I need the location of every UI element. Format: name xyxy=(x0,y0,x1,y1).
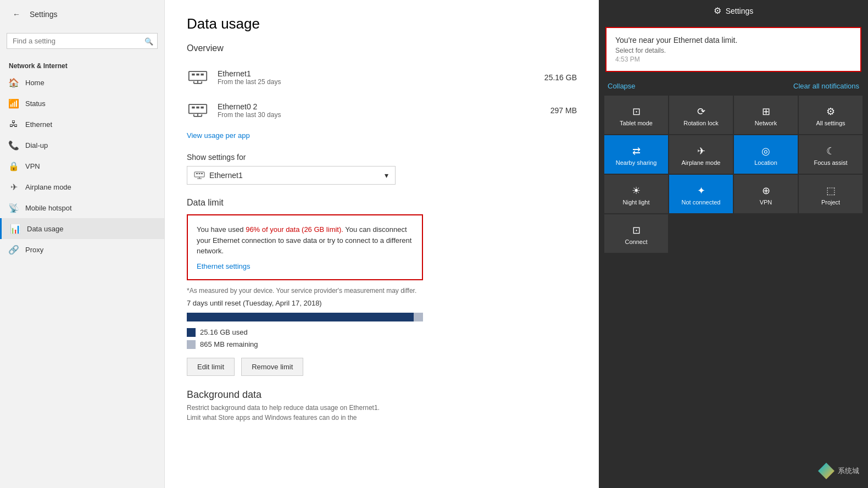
tile-allsettings[interactable]: ⚙ All settings xyxy=(799,96,863,134)
tile-label-notconnected: Not connected xyxy=(682,199,721,206)
settings-bar: ⚙ Settings xyxy=(599,0,868,21)
warning-box: You have used 96% of your data (26 GB li… xyxy=(187,214,423,280)
tile-notconnected[interactable]: ✦ Not connected xyxy=(669,175,733,213)
dialup-icon: 📞 xyxy=(9,140,19,150)
datausage-icon: 📊 xyxy=(10,224,20,234)
tile-label-airplanetile: Airplane mode xyxy=(682,159,721,166)
sidebar-item-airplane[interactable]: ✈ Airplane mode xyxy=(0,176,164,197)
view-usage-link[interactable]: View usage per app xyxy=(187,131,577,140)
chevron-down-icon: ▾ xyxy=(385,171,388,180)
tablet-icon: ⊡ xyxy=(632,106,641,118)
sidebar-title-label: Settings xyxy=(30,10,58,19)
data-limit-title: Data limit xyxy=(187,198,577,208)
sidebar-label-hotspot: Mobile hotspot xyxy=(25,204,72,212)
legend-used-dot xyxy=(187,328,196,337)
background-data-desc: Restrict background data to help reduce … xyxy=(187,404,577,412)
settings-bar-title: Settings xyxy=(726,7,754,15)
tile-nearby[interactable]: ⇄ Nearby sharing xyxy=(604,135,668,174)
tile-label-location: Location xyxy=(754,159,777,166)
notif-subtitle: Select for details. xyxy=(615,47,852,54)
background-data-desc2: Limit what Store apps and Windows featur… xyxy=(187,414,577,422)
vpntile-icon: ⊕ xyxy=(762,185,770,197)
sidebar-label-status: Status xyxy=(25,99,46,108)
sidebar-item-status[interactable]: 📶 Status xyxy=(0,93,164,114)
legend-remaining-dot xyxy=(187,340,196,349)
focusassist-icon: ☾ xyxy=(826,145,835,157)
svg-rect-16 xyxy=(194,172,204,177)
svg-rect-18 xyxy=(199,173,201,174)
svg-rect-11 xyxy=(201,107,203,109)
tile-rotation[interactable]: ⟳ Rotation lock xyxy=(669,96,733,134)
sidebar-item-proxy[interactable]: 🔗 Proxy xyxy=(0,239,164,260)
tile-connect[interactable]: ⊡ Connect xyxy=(604,214,668,253)
remove-limit-button[interactable]: Remove limit xyxy=(241,358,303,376)
search-input[interactable] xyxy=(7,33,158,49)
reset-text: 7 days until reset (Tuesday, April 17, 2… xyxy=(187,299,577,307)
logo-text: 系统城 xyxy=(838,466,859,476)
tile-nightlight[interactable]: ☀ Night light xyxy=(604,175,668,213)
legend-used-label: 25.16 GB used xyxy=(200,328,248,336)
search-box: 🔍 xyxy=(7,33,158,49)
main-content: Data usage Overview Ethernet1 From the l… xyxy=(165,0,599,488)
tile-label-project: Project xyxy=(821,199,840,206)
logo-diamond xyxy=(818,463,834,479)
svg-rect-9 xyxy=(192,107,194,109)
dropdown-value: Ethernet1 xyxy=(209,171,243,180)
ethernet-settings-link[interactable]: Ethernet settings xyxy=(197,262,413,270)
ethernet1-name: Ethernet1 xyxy=(218,69,536,78)
back-button[interactable]: ← xyxy=(9,7,24,22)
ethernet0-icon xyxy=(187,99,209,121)
overview-title: Overview xyxy=(187,43,577,53)
legend: 25.16 GB used 865 MB remaining xyxy=(187,328,577,349)
system-logo: 系统城 xyxy=(818,463,859,479)
quick-tiles-grid: ⊡ Tablet mode⟳ Rotation lock⊞ Network⚙ A… xyxy=(599,95,868,254)
airplane-icon: ✈ xyxy=(9,182,19,192)
edit-limit-button[interactable]: Edit limit xyxy=(187,358,235,376)
sidebar-item-home[interactable]: 🏠 Home xyxy=(0,72,164,93)
notif-title: You're near your Ethernet data limit. xyxy=(615,36,852,45)
nav-section-label: Network & Internet xyxy=(0,58,164,72)
tile-airplanetile[interactable]: ✈ Airplane mode xyxy=(669,135,733,174)
tile-location[interactable]: ◎ Location xyxy=(734,135,798,174)
tile-label-tablet: Tablet mode xyxy=(620,120,653,126)
tile-tablet[interactable]: ⊡ Tablet mode xyxy=(604,96,668,134)
settings-dropdown[interactable]: Ethernet1 ▾ xyxy=(187,166,396,185)
page-title: Data usage xyxy=(187,15,577,32)
collapse-link[interactable]: Collapse xyxy=(608,82,636,90)
notconnected-icon: ✦ xyxy=(697,185,705,197)
sidebar-header: ← Settings xyxy=(0,0,164,29)
sidebar-label-home: Home xyxy=(25,79,44,87)
tile-vpntile[interactable]: ⊕ VPN xyxy=(734,175,798,213)
tile-label-nearby: Nearby sharing xyxy=(616,159,657,166)
sidebar-item-ethernet[interactable]: 🖧 Ethernet xyxy=(0,114,164,135)
search-icon: 🔍 xyxy=(144,37,153,45)
ethernet0-size: 297 MB xyxy=(550,106,577,115)
sidebar-label-vpn: VPN xyxy=(25,162,40,170)
sidebar-label-dialup: Dial-up xyxy=(25,141,48,149)
notification-card[interactable]: You're near your Ethernet data limit. Se… xyxy=(605,27,861,72)
svg-rect-3 xyxy=(201,74,203,76)
nightlight-icon: ☀ xyxy=(632,185,641,197)
warning-highlight: 96% of your data (26 GB limit). xyxy=(246,225,343,234)
tile-project[interactable]: ⬚ Project xyxy=(799,175,863,213)
nearby-icon: ⇄ xyxy=(632,145,641,157)
sidebar: ← Settings 🔍 Network & Internet 🏠 Home📶 … xyxy=(0,0,165,488)
gear-icon: ⚙ xyxy=(714,5,721,16)
tile-focusassist[interactable]: ☾ Focus assist xyxy=(799,135,863,174)
svg-rect-10 xyxy=(196,107,199,109)
tile-label-allsettings: All settings xyxy=(816,120,845,126)
clear-all-link[interactable]: Clear all notifications xyxy=(793,82,859,90)
sidebar-item-hotspot[interactable]: 📡 Mobile hotspot xyxy=(0,197,164,218)
sidebar-item-dialup[interactable]: 📞 Dial-up xyxy=(0,135,164,156)
ethernet0-details: Ethernet0 2 From the last 30 days xyxy=(218,102,542,119)
svg-rect-2 xyxy=(196,74,199,76)
location-icon: ◎ xyxy=(761,145,770,157)
sidebar-item-vpn[interactable]: 🔒 VPN xyxy=(0,156,164,176)
legend-remaining: 865 MB remaining xyxy=(187,340,577,349)
sidebar-item-datausage[interactable]: 📊 Data usage xyxy=(0,218,164,239)
tile-network[interactable]: ⊞ Network xyxy=(734,96,798,134)
sidebar-label-ethernet: Ethernet xyxy=(25,120,52,129)
connect-icon: ⊡ xyxy=(632,224,641,236)
ethernet1-icon xyxy=(187,66,209,88)
ethernet1-details: Ethernet1 From the last 25 days xyxy=(218,69,536,86)
